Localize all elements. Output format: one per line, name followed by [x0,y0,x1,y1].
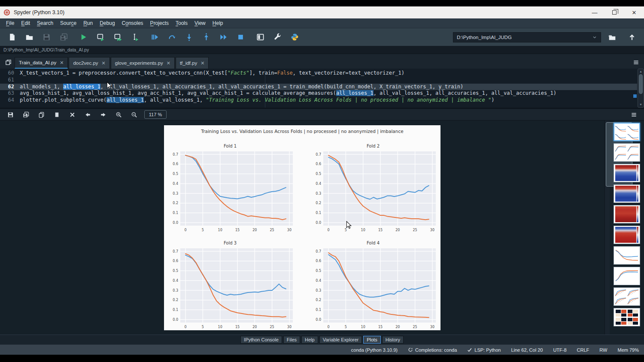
scrollbar-thumb[interactable] [639,74,643,94]
svg-text:20: 20 [252,228,257,232]
status-mem-79-[interactable]: Mem 79% [617,347,639,353]
menu-consoles[interactable]: Consoles [118,19,147,27]
run-selection-button[interactable] [126,30,143,45]
plot-thumbnail-heatmap-red[interactable] [614,205,640,223]
menu-source[interactable]: Source [57,19,80,27]
run-cell-advance-button[interactable] [109,30,126,45]
zoom-in-button[interactable] [111,109,126,120]
tab-tf-idf-py[interactable]: tf_idf.py✕ [176,57,209,69]
menu-run[interactable]: Run [80,19,96,27]
next-plot-button[interactable] [95,109,111,120]
zoom-out-button[interactable] [126,109,142,120]
parent-directory-button[interactable] [623,30,641,45]
code-line-60[interactable]: 60X_test_vectors_1 = preprocessor.conver… [0,70,637,77]
code-area[interactable]: 60X_test_vectors_1 = preprocessor.conver… [0,70,637,104]
code-editor[interactable]: 60X_test_vectors_1 = preprocessor.conver… [0,69,644,108]
maximize-pane-button[interactable] [252,30,269,45]
save-plot-button[interactable] [3,109,18,120]
code-line-62[interactable]: 62all_models_1, all_losses_1, all_val_lo… [0,84,637,90]
menu-debug[interactable]: Debug [96,19,118,27]
stop-debugging-button[interactable] [232,30,249,45]
pane-tab-ipython-console[interactable]: IPython Console [240,336,282,344]
debug-file-button[interactable] [146,30,163,45]
svg-text:0.2: 0.2 [316,201,321,205]
menu-view[interactable]: View [191,19,209,27]
menu-edit[interactable]: Edit [18,19,33,27]
code-text: avg_loss_hist_1, avg_val_loss_hist_1, av… [20,90,556,97]
restore-button[interactable] [605,6,624,18]
close-tab-icon[interactable]: ✕ [200,60,204,66]
new-file-button[interactable] [3,30,21,45]
line-number: 60 [0,70,20,77]
save-all-plots-button[interactable] [18,109,33,120]
completions-icon [408,347,413,353]
tab-glove-experiments-py[interactable]: glove_experiments.py✕ [111,57,175,69]
status-line-62-col-20[interactable]: Line 62, Col 20 [511,347,543,353]
svg-text:10: 10 [218,325,222,329]
open-file-button[interactable] [21,30,38,45]
menu-file[interactable]: File [3,19,18,27]
menu-projects[interactable]: Projects [147,19,172,27]
plot-thumbnail-heatmap-blue-top-red[interactable] [614,226,640,244]
plot-thumbnail-avg-loss-curve[interactable] [614,246,640,265]
code-line-64[interactable]: 64plotter.plot_subplots_curve(all_losses… [0,97,637,104]
remove-all-plots-button[interactable] [64,109,80,120]
step-return-button[interactable] [197,30,215,45]
save-file-button[interactable] [38,30,55,45]
menu-tools[interactable]: Tools [172,19,191,27]
working-directory-combobox[interactable]: D:\Python_Imp\AI_JUDG [453,32,601,42]
scroll-up-arrow-icon[interactable]: ▲ [639,70,642,73]
plot-thumbnail-avg-accuracy-curve[interactable] [614,267,640,285]
close-button[interactable]: ✕ [624,6,644,18]
minimize-button[interactable]: — [585,6,605,18]
zoom-level-box[interactable]: 117 % [144,110,167,119]
copy-plot-button[interactable] [33,109,49,120]
browse-tabs-button[interactable] [2,57,15,68]
pane-tab-files[interactable]: Files [283,336,300,344]
code-line-63[interactable]: 63avg_loss_hist_1, avg_val_loss_hist_1, … [0,90,637,97]
run-file-button[interactable] [75,30,92,45]
plot-thumbnail-heatmap-red-blue[interactable] [614,184,640,203]
tab-label: doc2vec.py [73,60,98,66]
browse-directory-button[interactable] [604,30,621,45]
status-utf-8[interactable]: UTF-8 [553,347,566,353]
previous-plot-button[interactable] [80,109,95,120]
run-cell-button[interactable] [92,30,109,45]
status-crlf[interactable]: CRLF [577,347,589,353]
code-line-61[interactable]: 61 [0,77,637,84]
close-tab-icon[interactable]: ✕ [102,60,106,66]
menu-help[interactable]: Help [209,19,227,27]
close-tab-icon[interactable]: ✕ [60,60,64,66]
status-rw[interactable]: RW [599,347,607,353]
step-into-button[interactable] [180,30,197,45]
preferences-button[interactable] [269,30,286,45]
remove-plot-button[interactable] [49,109,64,120]
plot-thumbnail-loss-curves-folds[interactable] [614,123,640,141]
scroll-down-arrow-icon[interactable]: ▼ [639,103,642,106]
plots-options-button[interactable] [626,109,641,120]
close-tab-icon[interactable]: ✕ [167,60,170,66]
status-completions-conda[interactable]: Completions: conda [408,347,457,353]
pane-tab-plots[interactable]: Plots [363,336,380,344]
pane-tab-variable-explorer[interactable]: Variable Explorer [319,336,362,344]
tab-doc2vec-py[interactable]: doc2vec.py✕ [69,57,109,69]
pane-tab-history[interactable]: History [382,336,404,344]
save-all-button[interactable] [55,30,72,45]
plot-thumbnail-heatmap-red-top-blue[interactable] [614,164,640,182]
status-lsp-python[interactable]: LSP: Python [467,347,501,353]
svg-text:0.0: 0.0 [316,318,321,322]
status-conda-python-3-10-9-[interactable]: conda (Python 3.10.9) [351,347,398,353]
plot-thumbnail-confusion-matrices[interactable] [614,308,640,326]
menu-search[interactable]: Search [33,19,57,27]
pane-tab-help[interactable]: Help [301,336,318,344]
plots-scrollbar[interactable] [605,121,610,335]
continue-execution-button[interactable] [215,30,232,45]
plot-thumbnail-accuracy-curves-folds[interactable] [614,143,640,162]
editor-scrollbar[interactable]: ▲ ▼ [638,69,644,108]
editor-options-button[interactable] [629,57,642,68]
step-over-button[interactable] [163,30,180,45]
svg-text:0.5: 0.5 [316,172,321,176]
pythonpath-manager-button[interactable] [286,30,303,45]
tab-train-data-ai-py[interactable]: Train_data_AI.py✕ [15,57,68,69]
plot-thumbnail-roc-curves-folds[interactable] [614,287,640,306]
